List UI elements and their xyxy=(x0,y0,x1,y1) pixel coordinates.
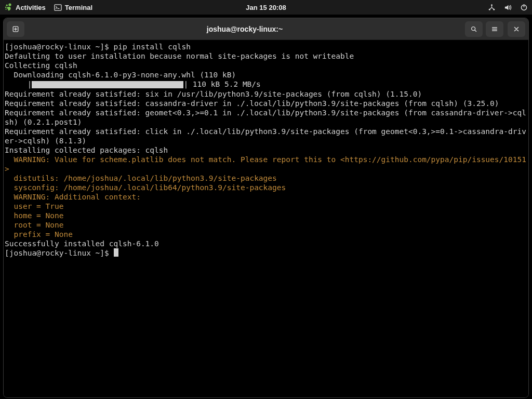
term-line: Requirement already satisfied: geomet<0.… xyxy=(5,109,526,126)
activities-button[interactable]: Activities xyxy=(4,3,46,11)
volume-icon[interactable] xyxy=(504,4,512,11)
gnome-topbar: Activities Terminal Jan 15 20:08 xyxy=(0,0,532,15)
term-line: Downloading cqlsh-6.1.0-py3-none-any.whl… xyxy=(5,71,236,79)
progress-suffix: | 110 kB 5.2 MB/s xyxy=(183,80,260,88)
term-line: Requirement already satisfied: cassandra… xyxy=(5,99,499,108)
term-line: Successfully installed cqlsh-6.1.0 xyxy=(5,240,159,248)
svg-point-3 xyxy=(6,9,7,10)
svg-point-5 xyxy=(491,4,493,6)
terminal-content[interactable]: [joshua@rocky-linux ~]$ pip install cqls… xyxy=(4,40,528,397)
network-icon[interactable] xyxy=(488,4,496,11)
warning-line: distutils: /home/joshua/.local/lib/pytho… xyxy=(5,174,277,182)
clock[interactable]: Jan 15 20:08 xyxy=(246,4,286,11)
svg-point-1 xyxy=(6,5,8,6)
warning-line: user = True xyxy=(5,202,64,210)
warning-line: prefix = None xyxy=(5,230,73,238)
warning-line: home = None xyxy=(5,211,64,220)
window-titlebar: joshua@rocky-linux:~ xyxy=(4,18,528,40)
term-line: Requirement already satisfied: click in … xyxy=(5,127,526,145)
new-tab-button[interactable] xyxy=(7,21,24,37)
term-line: Installing collected packages: cqlsh xyxy=(5,146,168,154)
terminal-app-icon xyxy=(54,4,62,11)
svg-rect-4 xyxy=(55,4,61,10)
progress-bar xyxy=(32,80,183,89)
term-line: Requirement already satisfied: six in /u… xyxy=(5,90,422,98)
window-title: joshua@rocky-linux:~ xyxy=(28,25,462,33)
warning-line: root = None xyxy=(5,221,64,229)
svg-point-2 xyxy=(5,7,7,8)
menu-button[interactable] xyxy=(486,21,503,37)
power-icon[interactable] xyxy=(520,4,528,11)
prompt: [joshua@rocky-linux ~]$ xyxy=(5,43,114,51)
command: pip install cqlsh xyxy=(114,43,191,51)
warning-line: sysconfig: /home/joshua/.local/lib64/pyt… xyxy=(5,183,286,192)
cursor xyxy=(114,248,118,257)
prompt: [joshua@rocky-linux ~]$ xyxy=(5,249,114,257)
current-app-label: Terminal xyxy=(65,4,92,11)
close-button[interactable] xyxy=(508,21,525,37)
gnome-foot-icon xyxy=(4,3,12,11)
svg-point-0 xyxy=(8,3,11,6)
warning-line: WARNING: Additional context: xyxy=(5,193,141,201)
term-line: Defaulting to user installation because … xyxy=(5,52,354,60)
activities-label: Activities xyxy=(16,4,46,11)
current-app[interactable]: Terminal xyxy=(54,4,92,11)
terminal-window: joshua@rocky-linux:~ [joshua@rocky-linux… xyxy=(3,18,529,398)
svg-rect-9 xyxy=(524,4,525,7)
progress-prefix: | xyxy=(5,80,32,88)
search-button[interactable] xyxy=(465,21,483,37)
warning-line: WARNING: Value for scheme.platlib does n… xyxy=(5,155,526,173)
term-line: Collecting cqlsh xyxy=(5,61,77,70)
